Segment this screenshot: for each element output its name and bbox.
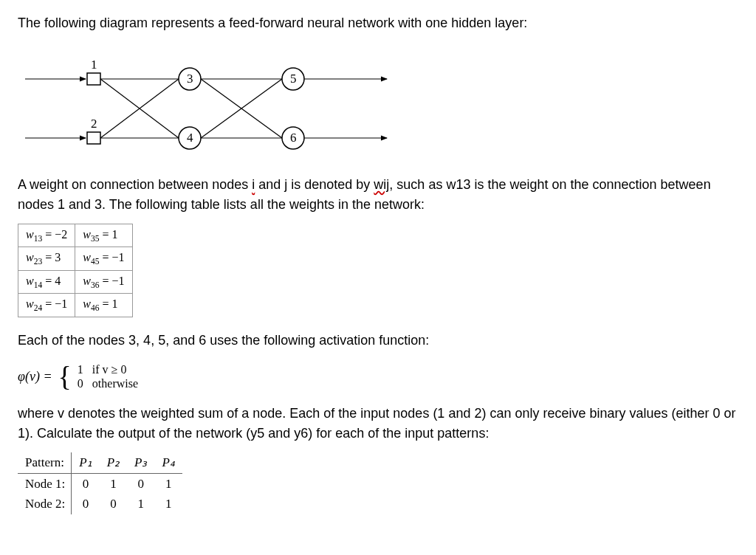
- activation-function: φ(v) = { 1 if v ≥ 0 0 otherwise: [18, 362, 738, 390]
- node-label-2: 2: [91, 117, 97, 131]
- weights-table: w13 = −2 w35 = 1 w23 = 3 w45 = −1 w14 = …: [18, 224, 133, 317]
- node-label-1: 1: [91, 58, 97, 72]
- intro-text: The following diagram represents a feed-…: [18, 13, 738, 33]
- node-label-4: 4: [187, 131, 193, 145]
- node-label-5: 5: [290, 72, 297, 86]
- pattern-table: Pattern: P₁ P₂ P₃ P₄ Node 1: 0 1 0 1 Nod…: [18, 452, 182, 514]
- network-diagram: 1 2 3 4 5 6: [18, 42, 431, 153]
- svg-rect-12: [87, 73, 100, 85]
- activation-intro: Each of the nodes 3, 4, 5, and 6 uses th…: [18, 331, 738, 351]
- node-label-6: 6: [290, 131, 297, 145]
- node-label-3: 3: [187, 72, 193, 86]
- tail-text: where v denotes the weighted sum of a no…: [18, 404, 738, 444]
- svg-rect-13: [87, 132, 100, 144]
- weights-intro: A weight on connection between nodes i a…: [18, 175, 738, 215]
